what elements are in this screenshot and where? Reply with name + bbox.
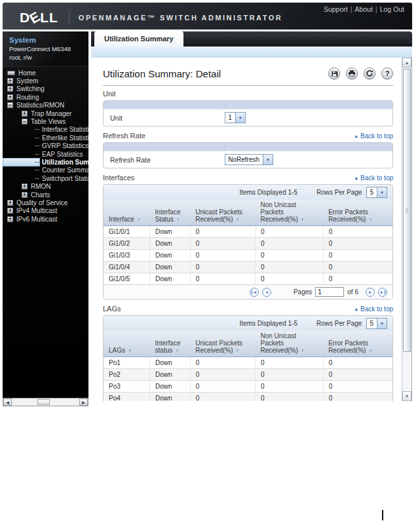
content-vertical-scrollbar[interactable]: ▲ ▼	[402, 58, 411, 401]
column-header[interactable]: Interface Status▼	[150, 200, 191, 226]
table-cell: Gi1/0/3	[104, 250, 150, 262]
column-header[interactable]: Interface status▼	[150, 331, 191, 357]
about-link[interactable]: About	[354, 5, 372, 13]
help-button[interactable]: ?	[381, 68, 393, 79]
sidebar-item-label: Switchport Statistics	[42, 175, 88, 182]
sidebar-item-switchport-statistics[interactable]: Switchport Statistics	[3, 174, 88, 182]
column-header[interactable]: LAGs▼	[104, 331, 150, 357]
refresh-rate-select[interactable]: NoRefresh ▼	[225, 154, 273, 165]
page-edge-mark	[382, 510, 383, 520]
sidebar-item-etherlike-statistics[interactable]: Etherlike Statistics	[3, 134, 88, 142]
scrollbar-thumb[interactable]	[37, 399, 50, 405]
sidebar-item-label: Trap Manager	[31, 110, 71, 117]
table-cell: 0	[256, 273, 324, 285]
expand-plus-icon[interactable]: +	[7, 86, 13, 92]
scroll-down-icon[interactable]: ▼	[402, 391, 411, 401]
sidebar-item-gvrp-statistics[interactable]: GVRP Statistics	[3, 142, 88, 150]
expand-plus-icon[interactable]: +	[7, 78, 13, 84]
sidebar-item-label: Statistics/RMON	[16, 102, 64, 109]
column-header[interactable]: Unicast Packets Received(%)▼	[190, 331, 255, 357]
table-cell: 0	[256, 262, 324, 273]
brand-divider	[69, 10, 69, 25]
table-row: Po3Down000	[104, 381, 392, 393]
scroll-left-icon[interactable]: ◄	[3, 398, 12, 406]
sidebar-item-counter-summary[interactable]: Counter Summary	[3, 166, 88, 174]
content: Utilization Summary: Detail	[91, 58, 402, 401]
interfaces-panel: Items Displayed 1-5 Rows Per Page 5 ▼ In…	[103, 184, 393, 300]
expand-plus-icon[interactable]: +	[7, 216, 13, 222]
refresh-button[interactable]	[364, 68, 375, 79]
column-header[interactable]: Interface▼	[104, 200, 150, 226]
bar-icon	[252, 290, 252, 294]
sidebar-item-system[interactable]: +System	[3, 77, 88, 85]
sidebar-horizontal-scrollbar[interactable]: ◄ ►	[3, 398, 88, 406]
pages-label: Pages	[294, 288, 312, 296]
expand-plus-icon[interactable]: +	[22, 192, 28, 198]
save-button[interactable]	[328, 68, 340, 79]
scrollbar-thumb[interactable]	[403, 69, 411, 352]
table-row: Po4Down000	[104, 393, 392, 402]
sidebar-item-table-views[interactable]: −Table Views	[3, 117, 88, 125]
column-header[interactable]: Non Unicast Packets Received(%)▼	[256, 200, 324, 226]
table-meta-row: Items Displayed 1-5 Rows Per Page 5 ▼	[104, 185, 392, 200]
column-header[interactable]: Error Packets Received(%)▼	[323, 200, 392, 226]
table-cell: 0	[256, 357, 324, 369]
rows-per-page-select[interactable]: 5 ▼	[366, 318, 387, 329]
next-page-button[interactable]: ►	[366, 288, 375, 297]
sidebar-item-quality-of-service[interactable]: +Quality of Service	[3, 199, 88, 206]
sidebar-item-charts[interactable]: +Charts	[3, 191, 88, 199]
back-to-top-link[interactable]: ▲ Back to top	[354, 132, 393, 140]
interfaces-table: Interface▼Interface Status▼Unicast Packe…	[104, 200, 392, 285]
rows-per-page-value: 5	[367, 319, 377, 328]
expand-plus-icon[interactable]: +	[22, 184, 28, 189]
sidebar-item-interface-statistics[interactable]: Interface Statistics	[3, 126, 88, 134]
first-page-button[interactable]: ◄	[250, 288, 259, 297]
scrollbar-track[interactable]	[12, 398, 79, 406]
sidebar-item-label: Routing	[16, 94, 39, 101]
sidebar-item-routing[interactable]: +Routing	[3, 93, 88, 101]
prev-page-button[interactable]: ◄	[262, 288, 271, 297]
sidebar-item-switching[interactable]: +Switching	[3, 85, 88, 93]
column-header[interactable]: Error Packets Received(%)▼	[323, 331, 392, 357]
tab-utilization-summary[interactable]: Utilization Summary	[94, 31, 183, 47]
expand-plus-icon[interactable]: +	[22, 111, 28, 117]
sidebar-item-trap-manager[interactable]: +Trap Manager	[3, 109, 88, 117]
sidebar-item-label: Table Views	[31, 118, 66, 125]
unit-row-label: Unit	[104, 114, 225, 122]
logout-link[interactable]: Log Out	[380, 5, 404, 13]
back-to-top-link[interactable]: ▲ Back to top	[354, 174, 393, 182]
unit-select[interactable]: 1 ▼	[225, 112, 246, 123]
support-link[interactable]: Support	[324, 5, 348, 13]
scroll-right-icon[interactable]: ►	[79, 398, 88, 406]
scroll-up-icon[interactable]: ▲	[402, 58, 411, 68]
unit-select-value: 1	[225, 113, 235, 123]
bar-icon	[385, 290, 385, 294]
sort-icon: ▼	[236, 218, 240, 222]
sidebar-item-utilization-summary[interactable]: Utilization Summary	[3, 158, 88, 166]
back-to-top-link[interactable]: ▲ Back to top	[354, 305, 393, 313]
sort-icon: ▼	[128, 349, 132, 353]
collapse-minus-icon[interactable]: −	[22, 119, 28, 125]
sidebar-item-eap-statistics[interactable]: EAP Statistics	[3, 150, 88, 158]
chevron-down-icon: ▼	[377, 187, 387, 197]
sidebar-item-home[interactable]: Home	[3, 69, 88, 77]
chevron-down-icon: ▼	[263, 155, 273, 165]
table-header-row: LAGs▼Interface status▼Unicast Packets Re…	[104, 331, 392, 357]
up-arrow-icon: ▲	[354, 307, 358, 311]
last-page-button[interactable]: ►	[378, 288, 387, 297]
column-header[interactable]: Non Unicast Packets Received(%)▼	[256, 331, 324, 357]
sidebar-item-statistics-rmon[interactable]: −Statistics/RMON	[3, 102, 88, 109]
table-cell: Down	[150, 357, 191, 369]
rows-per-page-select[interactable]: 5 ▼	[366, 187, 387, 198]
table-cell: Gi1/0/1	[104, 226, 150, 238]
column-header[interactable]: Unicast Packets Received(%)▼	[190, 200, 255, 226]
sidebar-item-rmon[interactable]: +RMON	[3, 182, 88, 190]
expand-plus-icon[interactable]: +	[7, 94, 13, 100]
page-number-input[interactable]	[315, 287, 344, 297]
expand-plus-icon[interactable]: +	[7, 208, 13, 214]
print-button[interactable]	[346, 68, 358, 79]
sidebar-item-ipv4-multicast[interactable]: +IPv4 Multicast	[3, 207, 88, 215]
collapse-minus-icon[interactable]: −	[7, 102, 13, 108]
sidebar-item-ipv6-multicast[interactable]: +IPv6 Multicast	[3, 215, 88, 223]
expand-plus-icon[interactable]: +	[7, 200, 13, 206]
